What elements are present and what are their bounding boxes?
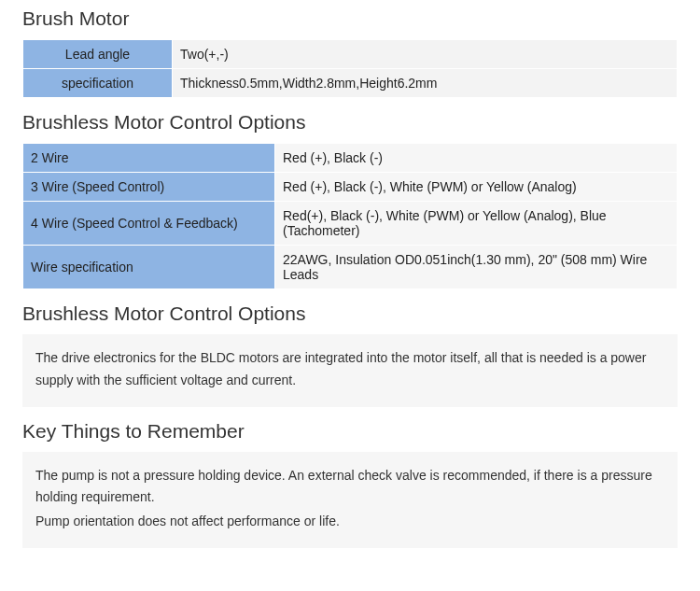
bl-option-value: Red (+), Black (-)	[275, 144, 678, 173]
brush-motor-label: specification	[23, 69, 173, 98]
brush-motor-label: Lead angle	[23, 40, 173, 69]
brushless-note-text: The drive electronics for the BLDC motor…	[35, 347, 665, 392]
brush-motor-value: Two(+,-)	[173, 40, 678, 69]
key-things-paragraph: The pump is not a pressure holding devic…	[35, 465, 665, 510]
table-row: 2 Wire Red (+), Black (-)	[23, 144, 678, 173]
table-row: Wire specification 22AWG, Insulation OD0…	[23, 246, 678, 289]
brushless-note-box: The drive electronics for the BLDC motor…	[22, 334, 678, 407]
brushless-options-table: 2 Wire Red (+), Black (-) 3 Wire (Speed …	[22, 143, 678, 289]
key-things-paragraph: Pump orientation does not affect perform…	[35, 511, 665, 533]
bl-option-value: 22AWG, Insulation OD0.051inch(1.30 mm), …	[275, 246, 678, 289]
brushless-note-heading: Brushless Motor Control Options	[22, 303, 678, 325]
key-things-box: The pump is not a pressure holding devic…	[22, 452, 678, 548]
brush-motor-heading: Brush Motor	[22, 7, 678, 30]
brush-motor-value: Thickness0.5mm,Width2.8mm,Height6.2mm	[173, 69, 678, 98]
brush-motor-table: Lead angle Two(+,-) specification Thickn…	[22, 39, 678, 98]
bl-option-value: Red(+), Black (-), White (PWM) or Yellow…	[275, 202, 678, 246]
table-row: 3 Wire (Speed Control) Red (+), Black (-…	[23, 173, 678, 202]
key-things-heading: Key Things to Remember	[22, 420, 678, 443]
brushless-options-heading: Brushless Motor Control Options	[22, 111, 678, 134]
bl-option-label: 4 Wire (Speed Control & Feedback)	[23, 202, 275, 246]
bl-option-value: Red (+), Black (-), White (PWM) or Yello…	[275, 173, 678, 202]
bl-option-label: Wire specification	[23, 246, 275, 289]
table-row: 4 Wire (Speed Control & Feedback) Red(+)…	[23, 202, 678, 246]
bl-option-label: 2 Wire	[23, 144, 275, 173]
table-row: specification Thickness0.5mm,Width2.8mm,…	[23, 69, 678, 98]
table-row: Lead angle Two(+,-)	[23, 40, 678, 69]
bl-option-label: 3 Wire (Speed Control)	[23, 173, 275, 202]
